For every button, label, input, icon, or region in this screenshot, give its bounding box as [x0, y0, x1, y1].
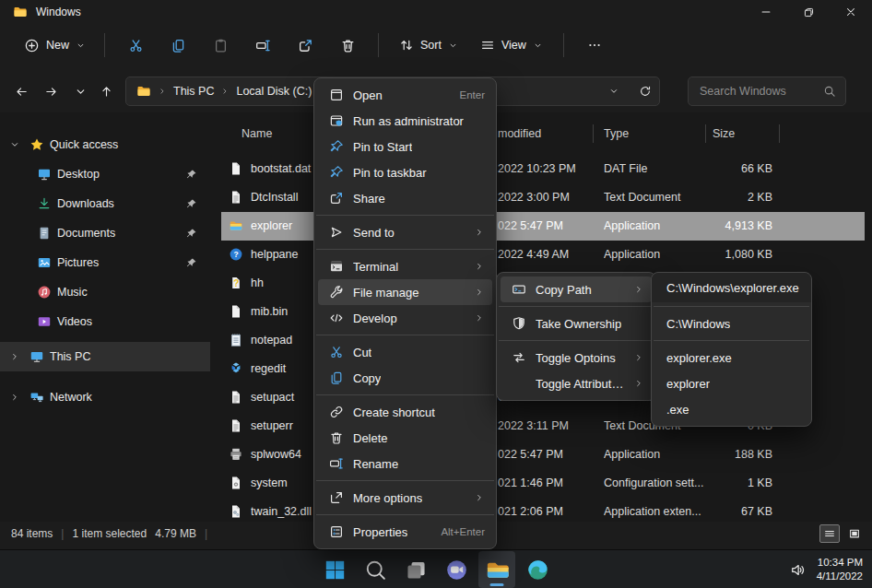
menu-item-label: Send to: [353, 226, 395, 240]
up-button[interactable]: [92, 76, 120, 106]
swap-icon: [512, 350, 526, 365]
more-options-button[interactable]: [573, 29, 616, 61]
close-button[interactable]: [830, 0, 872, 24]
menu-item-exe[interactable]: .exe: [655, 396, 807, 422]
menu-item-develop[interactable]: Develop: [318, 305, 492, 331]
menu-item-send-to[interactable]: Send to: [318, 219, 492, 245]
column-headers: NamemodifiedTypeSize: [210, 122, 872, 155]
menu-item-share[interactable]: Share: [318, 185, 492, 211]
rename-button[interactable]: [242, 29, 284, 61]
sidebar-item-network[interactable]: Network: [0, 382, 210, 412]
task-view-button[interactable]: [397, 551, 434, 588]
menu-item-copy-path[interactable]: Copy Path: [501, 276, 652, 302]
refresh-button[interactable]: [639, 85, 652, 98]
sidebar-item-pictures[interactable]: Pictures: [0, 248, 210, 277]
sidebar-item-music[interactable]: Music: [0, 277, 210, 307]
column-header-size[interactable]: Size: [713, 122, 735, 146]
menu-item-explorer[interactable]: explorer: [655, 370, 807, 396]
menu-item-create-shortcut[interactable]: Create shortcut: [318, 399, 492, 425]
menu-item-take-ownership[interactable]: Take Ownership: [501, 311, 652, 336]
search-box[interactable]: [688, 76, 846, 106]
menu-item-toggle-attributes[interactable]: Toggle Attributes: [501, 370, 652, 396]
edge-icon: [526, 559, 549, 582]
column-divider[interactable]: [593, 124, 594, 143]
taskbar-search-button[interactable]: [357, 551, 394, 588]
details-view-button[interactable]: [819, 524, 840, 543]
menu-item-delete[interactable]: Delete: [318, 425, 492, 451]
menu-item-explorer-exe[interactable]: explorer.exe: [655, 345, 807, 370]
menu-item-copy[interactable]: Copy: [318, 365, 492, 391]
column-divider[interactable]: [705, 124, 706, 143]
back-button[interactable]: [7, 76, 35, 106]
file-size: 2 KB: [654, 183, 772, 212]
menu-divider: [316, 215, 494, 216]
menu-item-pin-to-taskbar[interactable]: Pin to taskbar: [318, 159, 492, 185]
menu-item-pin-to-start[interactable]: Pin to Start: [318, 134, 492, 159]
clock[interactable]: 10:34 PM 4/11/2022: [817, 556, 863, 583]
toolbar-divider: [563, 33, 564, 57]
menu-item-more-options[interactable]: More options: [318, 485, 492, 511]
edge-button[interactable]: [519, 551, 556, 588]
menu-item-rename[interactable]: Rename: [318, 451, 492, 476]
large-icons-view-button[interactable]: [844, 524, 865, 543]
menu-item-toggle-optoins[interactable]: Toggle Optoins: [501, 345, 652, 370]
menu-item-label: Cut: [353, 346, 371, 359]
view-button-label: View: [501, 39, 526, 52]
share-button[interactable]: [284, 29, 326, 61]
menu-divider: [316, 249, 494, 250]
recent-locations-button[interactable]: [66, 76, 94, 106]
restore-button[interactable]: [787, 0, 830, 24]
clock-date: 4/11/2022: [817, 570, 863, 583]
minimize-button[interactable]: [745, 0, 787, 24]
network-icon: [29, 390, 44, 405]
sidebar-item-this-pc[interactable]: This PC: [0, 342, 210, 371]
volume-button[interactable]: [790, 562, 806, 578]
pin-icon: [329, 139, 344, 154]
menu-item-c-windows-explorer-exe[interactable]: C:\Windows\explorer.exe: [652, 273, 811, 302]
copy-button[interactable]: [157, 29, 199, 61]
menu-item-cut[interactable]: Cut: [318, 339, 492, 365]
menu-item-open[interactable]: OpenEnter: [318, 82, 492, 108]
column-header-modified[interactable]: modified: [498, 122, 541, 146]
chevron-right-icon[interactable]: [9, 351, 24, 362]
menu-item-properties[interactable]: PropertiesAlt+Enter: [318, 519, 492, 545]
forward-icon: [44, 85, 58, 99]
column-divider[interactable]: [779, 124, 780, 143]
sidebar-item-downloads[interactable]: Downloads: [0, 189, 210, 218]
menu-item-run-as-administrator[interactable]: Run as administrator: [318, 108, 492, 134]
breadcrumb-segment[interactable]: This PC: [173, 85, 214, 98]
delete-button[interactable]: [326, 29, 369, 61]
submenu-chevron-icon: [465, 227, 485, 238]
sidebar-item-desktop[interactable]: Desktop: [0, 159, 210, 189]
forward-button[interactable]: [37, 76, 65, 106]
sidebar-item-quick-access[interactable]: Quick access: [0, 130, 210, 159]
cut-button[interactable]: [114, 29, 157, 61]
address-dropdown-button[interactable]: [608, 86, 619, 97]
breadcrumb-segment[interactable]: Local Disk (C:): [236, 85, 312, 98]
chevron-down-icon[interactable]: [9, 139, 24, 150]
status-items-count: 84 items: [11, 527, 53, 540]
menu-item-label: C:\Windows: [666, 317, 730, 331]
taskbar-file-explorer-button[interactable]: [478, 551, 515, 588]
chevron-right-icon[interactable]: [9, 392, 24, 403]
sidebar-item-documents[interactable]: Documents: [0, 218, 210, 248]
sidebar-item-videos[interactable]: Videos: [0, 307, 210, 336]
sort-button[interactable]: Sort: [388, 29, 469, 61]
new-button[interactable]: New: [15, 29, 95, 61]
menu-item-terminal[interactable]: Terminal: [318, 253, 492, 279]
folder-icon: [13, 5, 28, 19]
file-size: 1,080 KB: [654, 241, 772, 269]
paste-button[interactable]: [199, 29, 242, 61]
context-menu: OpenEnterRun as administratorPin to Star…: [313, 77, 497, 549]
chat-button[interactable]: [438, 551, 475, 588]
start-button[interactable]: [316, 551, 353, 588]
menu-item-c-windows[interactable]: C:\Windows: [655, 311, 807, 336]
column-header-name[interactable]: Name: [242, 122, 272, 146]
column-header-type[interactable]: Type: [604, 122, 629, 146]
file-size: 66 KB: [654, 155, 772, 183]
menu-item-file-manage[interactable]: File manage: [318, 279, 492, 305]
search-input[interactable]: [698, 84, 816, 99]
copy-icon: [329, 370, 344, 385]
view-button[interactable]: View: [469, 29, 554, 61]
file-size: 4,913 KB: [654, 212, 772, 241]
